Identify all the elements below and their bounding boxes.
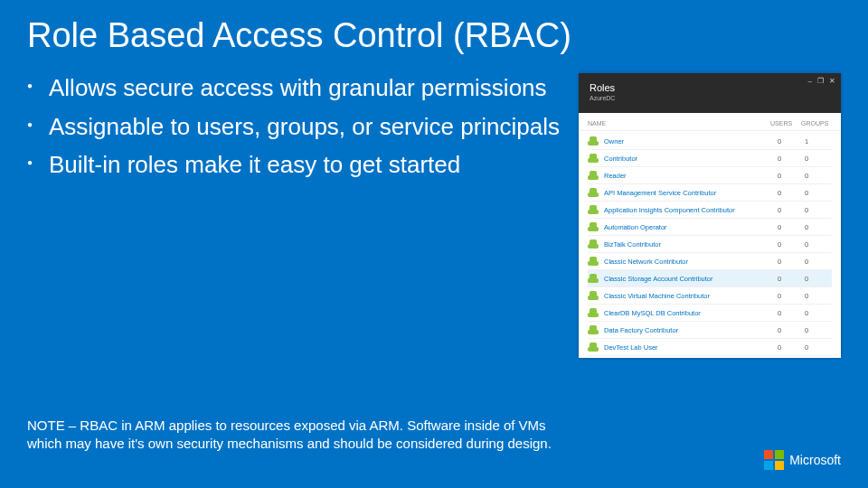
- role-row[interactable]: Classic Virtual Machine Contributor00: [588, 287, 832, 305]
- roles-panel: –❐✕ Roles AzureDC NAME USERS GROUPS Owne…: [579, 73, 841, 358]
- role-groups: 0: [805, 189, 832, 197]
- role-groups: 1: [805, 137, 832, 145]
- role-users: 0: [778, 172, 805, 180]
- role-row[interactable]: Application Insights Component Contribut…: [588, 202, 832, 219]
- role-users: 0: [778, 275, 805, 283]
- slide-title: Role Based Access Control (RBAC): [0, 0, 868, 55]
- role-name: Classic Virtual Machine Contributor: [604, 292, 778, 300]
- role-row[interactable]: DevTest Lab User00: [588, 339, 832, 356]
- col-groups: GROUPS: [801, 120, 832, 127]
- panel-header: –❐✕ Roles AzureDC: [579, 73, 841, 113]
- role-groups: 0: [805, 275, 832, 283]
- role-name: API Management Service Contributor: [604, 189, 778, 197]
- role-users: 0: [778, 258, 805, 266]
- slide-content: Allows secure access with granular permi…: [0, 55, 868, 358]
- role-groups: 0: [805, 206, 832, 214]
- role-users: 0: [778, 309, 805, 317]
- role-groups: 0: [805, 258, 832, 266]
- role-icon: [588, 154, 600, 163]
- role-name: Classic Storage Account Contributor: [604, 275, 778, 283]
- role-row[interactable]: API Management Service Contributor00: [588, 184, 832, 202]
- role-name: Owner: [604, 137, 778, 145]
- role-row[interactable]: Classic Network Contributor00: [588, 253, 832, 270]
- role-name: Reader: [604, 172, 778, 180]
- role-icon: [588, 274, 600, 283]
- panel-columns: NAME USERS GROUPS: [579, 113, 841, 131]
- microsoft-logo-label: Microsoft: [789, 453, 841, 467]
- role-users: 0: [778, 189, 805, 197]
- role-name: Classic Network Contributor: [604, 258, 778, 266]
- role-row[interactable]: Owner01: [588, 133, 832, 150]
- role-users: 0: [778, 206, 805, 214]
- col-name: NAME: [588, 120, 770, 127]
- role-groups: 0: [805, 309, 832, 317]
- window-control-icon[interactable]: –: [808, 77, 812, 85]
- bullet-item: Assignable to users, groups, or service …: [27, 112, 561, 142]
- role-row[interactable]: ClearDB MySQL DB Contributor00: [588, 305, 832, 322]
- role-icon: [588, 308, 600, 317]
- role-row[interactable]: Automation Operator00: [588, 219, 832, 236]
- role-name: DevTest Lab User: [604, 343, 778, 352]
- role-row[interactable]: Classic Storage Account Contributor00: [588, 270, 832, 287]
- role-users: 0: [778, 223, 805, 231]
- bullet-list: Allows secure access with granular permi…: [27, 73, 561, 358]
- role-row[interactable]: Contributor00: [588, 150, 832, 167]
- role-users: 0: [778, 343, 805, 352]
- role-name: Data Factory Contributor: [604, 326, 778, 334]
- role-icon: [588, 343, 600, 352]
- role-groups: 0: [805, 240, 832, 249]
- role-groups: 0: [805, 343, 832, 352]
- role-users: 0: [778, 292, 805, 300]
- microsoft-logo-icon: [764, 450, 784, 470]
- role-groups: 0: [805, 326, 832, 334]
- role-row[interactable]: Data Factory Contributor00: [588, 322, 832, 339]
- roles-list: Owner01Contributor00Reader00API Manageme…: [579, 131, 841, 358]
- footer-note: NOTE – RBAC in ARM applies to resources …: [0, 417, 579, 452]
- role-icon: [588, 188, 600, 197]
- microsoft-logo: Microsoft: [764, 450, 841, 470]
- role-groups: 0: [805, 223, 832, 231]
- role-icon: [588, 205, 600, 214]
- role-icon: [588, 239, 600, 249]
- role-icon: [588, 222, 600, 231]
- role-icon: [588, 171, 600, 180]
- panel-title: Roles: [590, 82, 830, 93]
- col-users: USERS: [770, 120, 801, 127]
- role-users: 0: [778, 137, 805, 145]
- panel-subtitle: AzureDC: [590, 95, 830, 101]
- role-groups: 0: [805, 155, 832, 163]
- role-name: Contributor: [604, 155, 778, 163]
- role-groups: 0: [805, 172, 832, 180]
- role-row[interactable]: BizTalk Contributor00: [588, 236, 832, 253]
- role-name: Automation Operator: [604, 223, 778, 231]
- role-users: 0: [778, 240, 805, 249]
- role-name: Application Insights Component Contribut…: [604, 206, 778, 214]
- window-control-icon[interactable]: ✕: [829, 77, 835, 85]
- window-control-icon[interactable]: ❐: [817, 77, 824, 85]
- role-row[interactable]: Reader00: [588, 167, 832, 184]
- role-icon: [588, 257, 600, 266]
- role-users: 0: [778, 326, 805, 334]
- role-icon: [588, 325, 600, 334]
- role-name: BizTalk Contributor: [604, 240, 778, 249]
- role-name: ClearDB MySQL DB Contributor: [604, 309, 778, 317]
- role-icon: [588, 136, 600, 145]
- window-controls: –❐✕: [808, 77, 835, 85]
- role-icon: [588, 291, 600, 300]
- bullet-item: Built-in roles make it easy to get start…: [27, 150, 561, 180]
- bullet-item: Allows secure access with granular permi…: [27, 73, 561, 103]
- role-users: 0: [778, 155, 805, 163]
- role-groups: 0: [805, 292, 832, 300]
